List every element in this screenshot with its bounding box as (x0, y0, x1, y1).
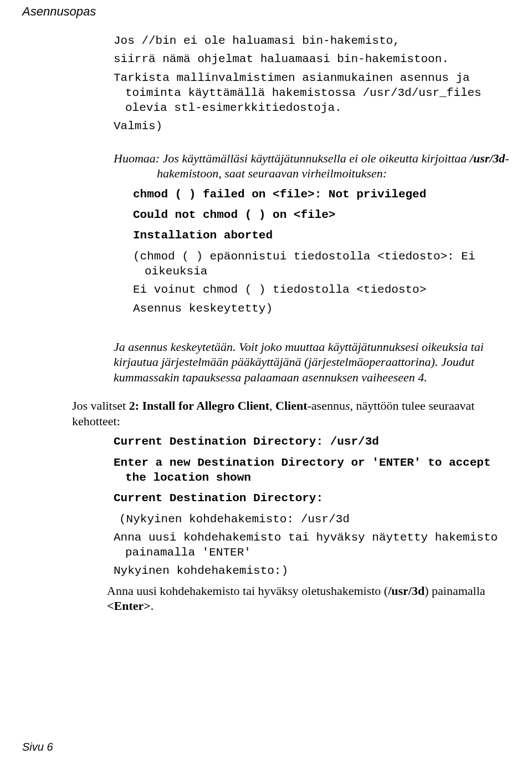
page-header: Asennusopas (22, 0, 510, 30)
body-paragraph: Anna uusi kohdehakemisto tai hyväksy ole… (107, 583, 510, 614)
mono-paragraph: Tarkista mallinvalmistimen asianmukainen… (114, 70, 510, 116)
bold-run: 2: Install for Allegro Client (129, 399, 269, 412)
prompt-translation: Nykyinen kohdehakemisto:) (114, 563, 510, 578)
prompt-translation: (Nykyinen kohdehakemisto: /usr/3d (119, 512, 510, 527)
bold-run: Client (275, 399, 307, 412)
error-line: Could not chmod ( ) on <file> (133, 207, 510, 222)
error-translation: Asennus keskeytetty) (133, 301, 510, 316)
error-line: chmod ( ) failed on <file>: Not privileg… (133, 187, 510, 202)
text-run: , (269, 399, 275, 412)
error-line: Installation aborted (133, 228, 510, 243)
note-continuation: Ja asennus keskeytetään. Voit joko muutt… (114, 339, 510, 385)
prompt-translation: Anna uusi kohdehakemisto tai hyväksy näy… (114, 530, 510, 561)
text-run: -asennu (308, 399, 345, 412)
text-run: . (151, 599, 154, 613)
body-paragraph: Jos valitset 2: Install for Allegro Clie… (72, 398, 510, 429)
error-translation: (chmod ( ) epäonnistui tiedostolla <tied… (133, 249, 510, 279)
error-translation: Ei voinut chmod ( ) tiedostolla <tiedost… (133, 282, 510, 297)
note-paragraph: Huomaa: Jos käyttämälläsi käyttäjätunnuk… (114, 151, 510, 181)
italic-run: s, (345, 399, 353, 412)
note-label: Huomaa: (114, 151, 160, 165)
prompt-line: Enter a new Destination Directory or 'EN… (114, 455, 510, 486)
mono-line: siirrä nämä ohjelmat haluamaasi bin-hake… (114, 52, 510, 67)
prompt-line: Current Destination Directory: (114, 491, 510, 506)
bold-run: /usr/3d (388, 584, 424, 598)
text-run: Jos valitset (72, 399, 129, 412)
text-run: ) painamalla (424, 584, 485, 598)
mono-line: Jos //bin ei ole haluamasi bin-hakemisto… (114, 33, 510, 48)
page-footer: Sivu 6 (22, 741, 53, 753)
bold-run: <Enter> (107, 599, 151, 613)
text-run: Anna uusi kohdehakemisto tai hyväksy ole… (107, 584, 388, 598)
note-text: Jos käyttämälläsi käyttäjätunnuksella ei… (157, 151, 509, 181)
mono-line: Valmis) (114, 119, 510, 134)
prompt-line: Current Destination Directory: /usr/3d (114, 434, 510, 449)
